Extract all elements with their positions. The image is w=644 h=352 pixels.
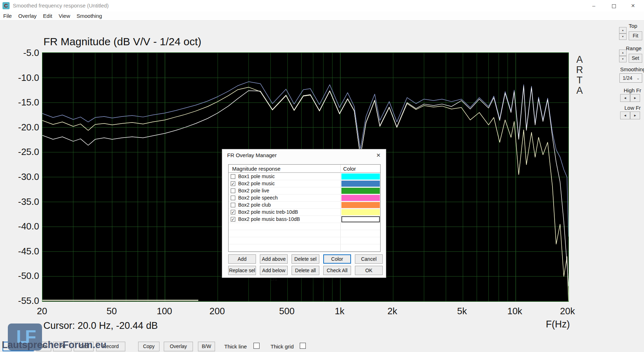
overlay-row[interactable]: Box2 pole speech bbox=[229, 195, 380, 202]
y-tick-label: -50.0 bbox=[13, 270, 39, 281]
low-fr-label: Low Fr bbox=[624, 105, 641, 111]
menu-item-view[interactable]: View bbox=[56, 11, 73, 21]
check-all-button[interactable]: Check All bbox=[323, 266, 351, 275]
menu-item-overlay[interactable]: Overlay bbox=[15, 11, 40, 21]
overlay-label: Box2 pole speech bbox=[238, 195, 278, 201]
overlay-row[interactable]: ✓Box2 pole music treb-10dB bbox=[229, 209, 380, 216]
watermark-text: LautsprecherForum.eu bbox=[2, 340, 106, 351]
y-tick-label: -45.0 bbox=[13, 246, 39, 257]
column-header-magnitude: Magnitude response bbox=[232, 165, 281, 173]
maximize-icon bbox=[612, 4, 616, 8]
chart-title: FR Magnitude (dB V/V - 1/24 oct) bbox=[43, 36, 201, 48]
overlay-list[interactable]: Magnitude response Color Box1 pole music… bbox=[228, 164, 381, 252]
dialog-title: FR Overlay Manager bbox=[227, 149, 277, 161]
fit-button[interactable]: Fit bbox=[629, 31, 642, 40]
arta-brand-letter: T bbox=[574, 75, 585, 86]
overlay-row[interactable]: Box2 pole live bbox=[229, 187, 380, 195]
arta-brand-letter: A bbox=[574, 85, 585, 96]
delete-all-button[interactable]: Delete all bbox=[292, 266, 319, 275]
range-spin-down-button[interactable]: ▼ bbox=[619, 56, 627, 62]
top-spin-up-button[interactable]: ▲ bbox=[619, 27, 627, 33]
overlay-color-swatch[interactable] bbox=[341, 202, 380, 208]
overlay-row[interactable]: ✓Box2 pole music bbox=[229, 180, 380, 187]
smoothing-label: Smoothing bbox=[620, 66, 644, 72]
overlay-checkbox[interactable] bbox=[231, 174, 235, 179]
add-above-crs-button[interactable]: Add above crs bbox=[260, 254, 288, 264]
x-tick-label: 5k bbox=[446, 306, 478, 317]
fr-overlay-manager-dialog: FR Overlay Manager ✕ Magnitude response … bbox=[222, 149, 386, 278]
y-tick-label: -35.0 bbox=[13, 196, 39, 207]
close-button[interactable]: ✕ bbox=[625, 0, 641, 11]
overlay-color-swatch[interactable] bbox=[341, 209, 380, 215]
replace-sel-button[interactable]: Replace sel bbox=[228, 266, 256, 275]
x-tick-label: 50 bbox=[96, 306, 128, 317]
y-tick-label: -55.0 bbox=[13, 295, 39, 306]
y-tick-label: -40.0 bbox=[13, 221, 39, 232]
y-tick-label: -10.0 bbox=[13, 72, 39, 83]
maximize-button[interactable] bbox=[606, 0, 622, 11]
overlay-color-swatch[interactable] bbox=[341, 181, 380, 187]
minimize-button[interactable]: – bbox=[586, 0, 602, 11]
low-fr-left-button[interactable]: ◄ bbox=[620, 112, 630, 119]
x-tick-label: 10k bbox=[499, 306, 531, 317]
overlay-checkbox-checked[interactable]: ✓ bbox=[231, 181, 235, 186]
overlay-color-swatch[interactable] bbox=[341, 174, 380, 180]
overlay-row[interactable]: Box1 pole music bbox=[229, 173, 380, 180]
app-window: C Smoothed frequency response (Untitled)… bbox=[0, 0, 644, 352]
cursor-readout: Cursor: 20.0 Hz, -20.44 dB bbox=[43, 320, 158, 331]
ok-button[interactable]: OK bbox=[355, 266, 383, 275]
delete-sel-button[interactable]: Delete sel bbox=[292, 254, 319, 264]
overlay-color-swatch[interactable] bbox=[341, 216, 380, 222]
menu-bar: FileOverlayEditViewSmoothing bbox=[0, 11, 644, 21]
overlay-checkbox-checked[interactable]: ✓ bbox=[231, 217, 235, 222]
top-spin-down-button[interactable]: ▼ bbox=[619, 33, 627, 40]
y-tick-label: -30.0 bbox=[13, 171, 39, 182]
overlay-label: Box2 pole music bbox=[238, 180, 275, 187]
add-below-crs-button[interactable]: Add below crs bbox=[260, 266, 288, 275]
high-fr-label: High Fr bbox=[624, 87, 641, 93]
set-button[interactable]: Set bbox=[629, 54, 642, 63]
top-label: Top bbox=[629, 23, 637, 29]
overlay-button[interactable]: Overlay bbox=[164, 342, 193, 351]
title-bar: C Smoothed frequency response (Untitled)… bbox=[0, 0, 644, 11]
thick-line-checkbox[interactable] bbox=[253, 343, 260, 349]
overlay-color-swatch[interactable] bbox=[341, 195, 380, 201]
overlay-color-swatch[interactable] bbox=[341, 188, 380, 194]
overlay-checkbox[interactable] bbox=[231, 188, 235, 193]
thick-grid-checkbox[interactable] bbox=[300, 343, 306, 349]
high-fr-right-button[interactable]: ► bbox=[630, 94, 640, 102]
range-spin-up-button[interactable]: ▲ bbox=[619, 50, 627, 56]
high-fr-left-button[interactable]: ◄ bbox=[620, 94, 630, 102]
chevron-down-icon: ⌄ bbox=[637, 74, 640, 82]
overlay-checkbox-checked[interactable]: ✓ bbox=[231, 210, 235, 214]
menu-item-smoothing[interactable]: Smoothing bbox=[73, 11, 105, 21]
dialog-close-button[interactable]: ✕ bbox=[373, 151, 384, 160]
menu-item-edit[interactable]: Edit bbox=[40, 11, 56, 21]
overlay-checkbox[interactable] bbox=[231, 203, 235, 207]
floor-marker bbox=[42, 300, 198, 301]
y-tick-label: -15.0 bbox=[13, 97, 39, 108]
overlay-checkbox[interactable] bbox=[231, 196, 235, 200]
overlay-label: Box2 pole music treb-10dB bbox=[238, 209, 298, 216]
cancel-button[interactable]: Cancel bbox=[355, 254, 383, 264]
add-button[interactable]: Add bbox=[228, 254, 256, 264]
list-empty-row bbox=[229, 244, 380, 252]
overlay-row[interactable]: ✓Box2 pole music bass-10dB bbox=[229, 216, 380, 223]
copy-button[interactable]: Copy bbox=[138, 342, 159, 351]
smoothing-select[interactable]: 1/24 ⌄ bbox=[619, 73, 642, 83]
menu-item-file[interactable]: File bbox=[0, 11, 15, 21]
x-tick-label: 200 bbox=[201, 306, 233, 317]
overlay-row[interactable]: Box2 pole club bbox=[229, 202, 380, 209]
window-title: Smoothed frequency response (Untitled) bbox=[13, 0, 109, 11]
x-tick-label: 20 bbox=[26, 306, 58, 317]
list-empty-row bbox=[229, 237, 380, 244]
thick-line-label: Thick line bbox=[224, 343, 247, 350]
b-w-button[interactable]: B/W bbox=[198, 342, 215, 351]
overlay-label: Box2 pole music bass-10dB bbox=[238, 216, 300, 223]
overlay-label: Box1 pole music bbox=[238, 173, 275, 180]
color-button[interactable]: Color bbox=[323, 254, 351, 264]
x-tick-label: 1k bbox=[324, 306, 356, 317]
range-label: Range bbox=[626, 45, 642, 51]
low-fr-right-button[interactable]: ► bbox=[630, 112, 640, 119]
x-tick-label: 500 bbox=[271, 306, 303, 317]
